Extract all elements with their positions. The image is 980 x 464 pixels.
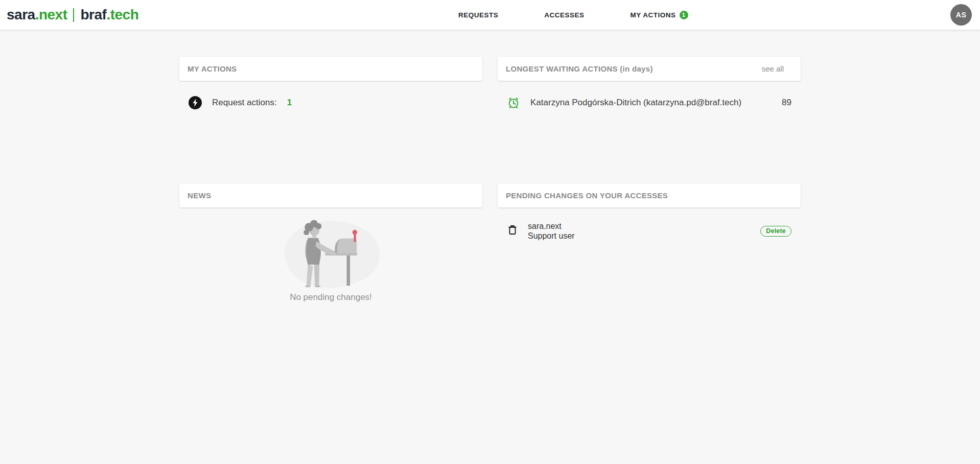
brand-company-suffix: .tech (106, 7, 138, 23)
brand-separator (73, 8, 74, 22)
nav-item-accesses-label: ACCESSES (544, 11, 584, 19)
nav-item-requests[interactable]: REQUESTS (458, 11, 498, 19)
pending-changes-title: PENDING CHANGES ON YOUR ACCESSES (506, 191, 668, 200)
user-avatar[interactable]: AS (950, 4, 972, 26)
waiting-user-label: Katarzyna Podgórska-Ditrich (katarzyna.p… (530, 98, 741, 108)
panel-longest-waiting: LONGEST WAITING ACTIONS (in days) see al… (498, 57, 801, 183)
see-all-link[interactable]: see all (762, 64, 784, 73)
dashboard: MY ACTIONS Request actions: 1 LONGEST WA… (179, 57, 801, 303)
trash-icon (507, 224, 518, 238)
brand-company: braf (80, 7, 106, 23)
brand-product-suffix: .next (35, 7, 67, 23)
my-actions-count-badge: 1 (680, 11, 688, 19)
news-title: NEWS (188, 191, 211, 200)
mailbox-illustration (272, 216, 390, 291)
brand-product: sara (7, 7, 35, 23)
brand-logo[interactable]: sara.next braf.tech (7, 0, 138, 30)
pending-system-name: sara.next (528, 221, 575, 231)
pending-change-row: sara.next Support user Delete (498, 207, 801, 241)
top-nav: sara.next braf.tech REQUESTS ACCESSES MY… (0, 0, 980, 30)
alarm-clock-icon (507, 96, 520, 109)
waiting-action-row[interactable]: Katarzyna Podgórska-Ditrich (katarzyna.p… (498, 81, 801, 109)
nav-item-accesses[interactable]: ACCESSES (544, 11, 584, 19)
request-actions-label: Request actions: (212, 98, 277, 108)
pending-role-name: Support user (528, 231, 575, 241)
panel-my-actions: MY ACTIONS Request actions: 1 (179, 57, 482, 183)
delete-status-chip: Delete (760, 226, 791, 237)
main-nav: REQUESTS ACCESSES MY ACTIONS 1 (458, 0, 688, 30)
waiting-days-value: 89 (782, 98, 791, 108)
pending-change-text: sara.next Support user (528, 221, 575, 241)
nav-item-requests-label: REQUESTS (458, 11, 498, 19)
longest-waiting-header: LONGEST WAITING ACTIONS (in days) see al… (498, 57, 801, 81)
news-empty-state: No pending changes! (179, 207, 482, 303)
request-actions-row[interactable]: Request actions: 1 (179, 81, 482, 109)
news-header: NEWS (179, 183, 482, 207)
longest-waiting-title: LONGEST WAITING ACTIONS (in days) (506, 64, 653, 73)
my-actions-title: MY ACTIONS (188, 64, 237, 73)
pending-changes-header: PENDING CHANGES ON YOUR ACCESSES (498, 183, 801, 207)
no-pending-changes-text: No pending changes! (290, 292, 372, 303)
request-actions-count: 1 (287, 98, 292, 108)
my-actions-header: MY ACTIONS (179, 57, 482, 81)
nav-item-my-actions[interactable]: MY ACTIONS 1 (631, 11, 688, 19)
panel-news: NEWS (179, 183, 482, 303)
nav-item-my-actions-label: MY ACTIONS (631, 11, 676, 19)
panel-pending-changes: PENDING CHANGES ON YOUR ACCESSES sara.ne… (498, 183, 801, 303)
lightning-icon (189, 96, 202, 109)
